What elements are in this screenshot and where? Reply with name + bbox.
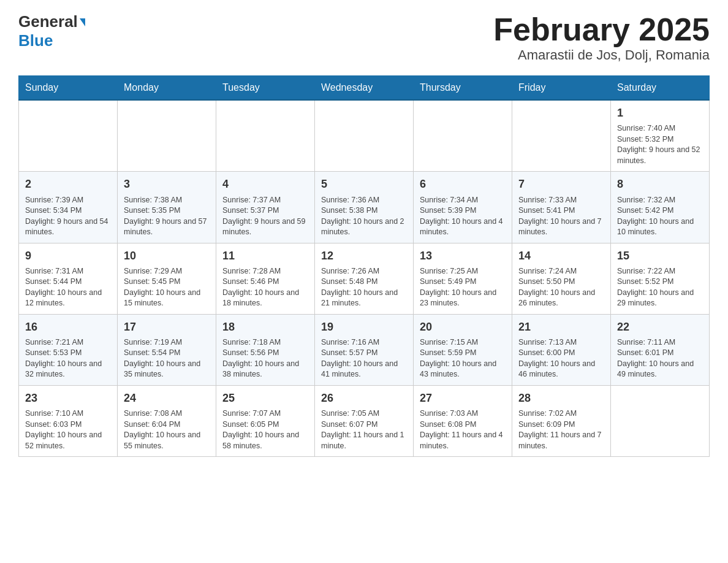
- day-info: Sunrise: 7:32 AMSunset: 5:42 PMDaylight:…: [617, 195, 703, 238]
- logo-blue-text: Blue: [18, 31, 53, 50]
- day-info: Sunrise: 7:34 AMSunset: 5:39 PMDaylight:…: [420, 195, 506, 238]
- day-number: 24: [124, 391, 210, 406]
- calendar-cell: 5Sunrise: 7:36 AMSunset: 5:38 PMDaylight…: [315, 172, 414, 243]
- calendar-cell: 3Sunrise: 7:38 AMSunset: 5:35 PMDaylight…: [118, 172, 216, 243]
- calendar-cell: 11Sunrise: 7:28 AMSunset: 5:46 PMDayligh…: [216, 243, 315, 314]
- day-number: 8: [617, 177, 703, 192]
- day-info: Sunrise: 7:02 AMSunset: 6:09 PMDaylight:…: [518, 408, 604, 451]
- calendar-cell: 24Sunrise: 7:08 AMSunset: 6:04 PMDayligh…: [118, 385, 216, 456]
- day-info: Sunrise: 7:15 AMSunset: 5:59 PMDaylight:…: [420, 337, 506, 380]
- day-info: Sunrise: 7:26 AMSunset: 5:48 PMDaylight:…: [321, 266, 407, 309]
- day-info: Sunrise: 7:07 AMSunset: 6:05 PMDaylight:…: [222, 408, 308, 451]
- day-info: Sunrise: 7:39 AMSunset: 5:34 PMDaylight:…: [25, 195, 111, 238]
- week-row-1: 1Sunrise: 7:40 AMSunset: 5:32 PMDaylight…: [19, 100, 710, 172]
- day-info: Sunrise: 7:29 AMSunset: 5:45 PMDaylight:…: [124, 266, 210, 309]
- day-info: Sunrise: 7:13 AMSunset: 6:00 PMDaylight:…: [518, 337, 604, 380]
- calendar-cell: [118, 100, 216, 172]
- day-number: 7: [518, 177, 604, 192]
- calendar-cell: 8Sunrise: 7:32 AMSunset: 5:42 PMDaylight…: [611, 172, 710, 243]
- calendar-cell: [315, 100, 414, 172]
- day-number: 11: [222, 248, 308, 264]
- day-number: 9: [25, 248, 111, 264]
- logo-general-text: General: [18, 12, 78, 31]
- day-info: Sunrise: 7:36 AMSunset: 5:38 PMDaylight:…: [321, 195, 407, 238]
- day-number: 26: [321, 391, 407, 406]
- day-header-saturday: Saturday: [611, 76, 710, 101]
- calendar-cell: 27Sunrise: 7:03 AMSunset: 6:08 PMDayligh…: [414, 385, 512, 456]
- day-info: Sunrise: 7:16 AMSunset: 5:57 PMDaylight:…: [321, 337, 407, 380]
- day-number: 10: [124, 248, 210, 264]
- calendar-cell: 19Sunrise: 7:16 AMSunset: 5:57 PMDayligh…: [315, 314, 414, 385]
- calendar-cell: 22Sunrise: 7:11 AMSunset: 6:01 PMDayligh…: [611, 314, 710, 385]
- day-number: 12: [321, 248, 407, 264]
- day-header-thursday: Thursday: [414, 76, 512, 101]
- day-info: Sunrise: 7:40 AMSunset: 5:32 PMDaylight:…: [617, 123, 703, 166]
- day-header-wednesday: Wednesday: [315, 76, 414, 101]
- day-info: Sunrise: 7:22 AMSunset: 5:52 PMDaylight:…: [617, 266, 703, 309]
- week-row-5: 23Sunrise: 7:10 AMSunset: 6:03 PMDayligh…: [19, 385, 710, 456]
- calendar-cell: [611, 385, 710, 456]
- calendar-cell: [216, 100, 315, 172]
- day-info: Sunrise: 7:03 AMSunset: 6:08 PMDaylight:…: [420, 408, 506, 451]
- calendar-cell: 10Sunrise: 7:29 AMSunset: 5:45 PMDayligh…: [118, 243, 216, 314]
- calendar-cell: 4Sunrise: 7:37 AMSunset: 5:37 PMDaylight…: [216, 172, 315, 243]
- calendar-cell: 6Sunrise: 7:34 AMSunset: 5:39 PMDaylight…: [414, 172, 512, 243]
- calendar-cell: 20Sunrise: 7:15 AMSunset: 5:59 PMDayligh…: [414, 314, 512, 385]
- calendar-cell: 15Sunrise: 7:22 AMSunset: 5:52 PMDayligh…: [611, 243, 710, 314]
- calendar-cell: 28Sunrise: 7:02 AMSunset: 6:09 PMDayligh…: [512, 385, 611, 456]
- calendar-cell: 13Sunrise: 7:25 AMSunset: 5:49 PMDayligh…: [414, 243, 512, 314]
- calendar-cell: 26Sunrise: 7:05 AMSunset: 6:07 PMDayligh…: [315, 385, 414, 456]
- day-number: 14: [518, 248, 604, 264]
- day-info: Sunrise: 7:37 AMSunset: 5:37 PMDaylight:…: [222, 195, 308, 238]
- calendar-cell: 7Sunrise: 7:33 AMSunset: 5:41 PMDaylight…: [512, 172, 611, 243]
- calendar-header-row: SundayMondayTuesdayWednesdayThursdayFrid…: [19, 76, 710, 101]
- day-info: Sunrise: 7:25 AMSunset: 5:49 PMDaylight:…: [420, 266, 506, 309]
- day-number: 28: [518, 391, 604, 406]
- day-number: 1: [617, 105, 703, 121]
- logo: General Blue: [18, 12, 85, 50]
- day-number: 5: [321, 177, 407, 192]
- calendar-cell: 16Sunrise: 7:21 AMSunset: 5:53 PMDayligh…: [19, 314, 118, 385]
- day-info: Sunrise: 7:05 AMSunset: 6:07 PMDaylight:…: [321, 408, 407, 451]
- calendar-cell: 2Sunrise: 7:39 AMSunset: 5:34 PMDaylight…: [19, 172, 118, 243]
- day-number: 18: [222, 320, 308, 335]
- day-number: 22: [617, 320, 703, 335]
- day-info: Sunrise: 7:11 AMSunset: 6:01 PMDaylight:…: [617, 337, 703, 380]
- calendar-cell: 21Sunrise: 7:13 AMSunset: 6:00 PMDayligh…: [512, 314, 611, 385]
- day-header-sunday: Sunday: [19, 76, 118, 101]
- calendar-cell: [414, 100, 512, 172]
- day-info: Sunrise: 7:28 AMSunset: 5:46 PMDaylight:…: [222, 266, 308, 309]
- day-header-tuesday: Tuesday: [216, 76, 315, 101]
- day-number: 6: [420, 177, 506, 192]
- day-info: Sunrise: 7:38 AMSunset: 5:35 PMDaylight:…: [124, 195, 210, 238]
- day-info: Sunrise: 7:24 AMSunset: 5:50 PMDaylight:…: [518, 266, 604, 309]
- week-row-4: 16Sunrise: 7:21 AMSunset: 5:53 PMDayligh…: [19, 314, 710, 385]
- calendar-cell: 1Sunrise: 7:40 AMSunset: 5:32 PMDaylight…: [611, 100, 710, 172]
- day-number: 17: [124, 320, 210, 335]
- page-header: General Blue February 2025 Amarastii de …: [18, 12, 710, 63]
- day-number: 3: [124, 177, 210, 192]
- day-info: Sunrise: 7:31 AMSunset: 5:44 PMDaylight:…: [25, 266, 111, 309]
- calendar-cell: 18Sunrise: 7:18 AMSunset: 5:56 PMDayligh…: [216, 314, 315, 385]
- day-number: 21: [518, 320, 604, 335]
- day-number: 2: [25, 177, 111, 192]
- day-number: 19: [321, 320, 407, 335]
- calendar-cell: 17Sunrise: 7:19 AMSunset: 5:54 PMDayligh…: [118, 314, 216, 385]
- day-number: 15: [617, 248, 703, 264]
- calendar-cell: 25Sunrise: 7:07 AMSunset: 6:05 PMDayligh…: [216, 385, 315, 456]
- week-row-2: 2Sunrise: 7:39 AMSunset: 5:34 PMDaylight…: [19, 172, 710, 243]
- day-info: Sunrise: 7:08 AMSunset: 6:04 PMDaylight:…: [124, 408, 210, 451]
- day-number: 23: [25, 391, 111, 406]
- day-info: Sunrise: 7:19 AMSunset: 5:54 PMDaylight:…: [124, 337, 210, 380]
- day-info: Sunrise: 7:21 AMSunset: 5:53 PMDaylight:…: [25, 337, 111, 380]
- calendar-table: SundayMondayTuesdayWednesdayThursdayFrid…: [18, 75, 710, 457]
- day-number: 16: [25, 320, 111, 335]
- calendar-cell: 12Sunrise: 7:26 AMSunset: 5:48 PMDayligh…: [315, 243, 414, 314]
- week-row-3: 9Sunrise: 7:31 AMSunset: 5:44 PMDaylight…: [19, 243, 710, 314]
- day-info: Sunrise: 7:33 AMSunset: 5:41 PMDaylight:…: [518, 195, 604, 238]
- calendar-title: February 2025: [493, 12, 710, 47]
- day-number: 25: [222, 391, 308, 406]
- calendar-cell: 23Sunrise: 7:10 AMSunset: 6:03 PMDayligh…: [19, 385, 118, 456]
- day-info: Sunrise: 7:10 AMSunset: 6:03 PMDaylight:…: [25, 408, 111, 451]
- day-header-monday: Monday: [118, 76, 216, 101]
